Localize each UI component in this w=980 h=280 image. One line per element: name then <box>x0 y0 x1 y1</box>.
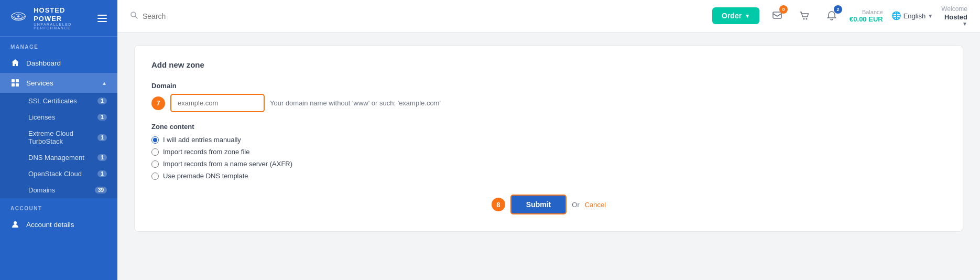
balance-area[interactable]: Balance €0.00 EUR <box>850 9 883 23</box>
svg-line-9 <box>135 16 137 18</box>
domains-label: Domains <box>28 186 55 194</box>
card-title: Add new zone <box>151 60 946 69</box>
search-input[interactable] <box>143 12 247 20</box>
services-label: Services <box>26 79 95 87</box>
domains-badge: 39 <box>95 187 107 193</box>
domain-label: Domain <box>151 82 946 90</box>
order-button[interactable]: Order ▼ <box>712 7 759 24</box>
radio-zone-file-label: Import records from zone file <box>163 148 249 156</box>
radio-name-server-label: Import records from a name server (AXFR) <box>163 160 292 168</box>
notifications-button[interactable]: 2 <box>822 6 841 25</box>
radio-premade[interactable]: Use premade DNS template <box>151 172 946 180</box>
ssl-badge: 1 <box>97 98 107 104</box>
logo-text: HOSTED POWER UNPARALLELED PERFORMANCE <box>34 6 90 30</box>
radio-zone-file[interactable]: Import records from zone file <box>151 148 946 156</box>
radio-premade-input[interactable] <box>151 173 159 180</box>
logo-main: HOSTED POWER <box>34 6 90 23</box>
radio-manual-input[interactable] <box>151 136 159 144</box>
language-selector[interactable]: 🌐 English ▼ <box>891 11 933 20</box>
submit-button[interactable]: Submit <box>510 195 567 214</box>
domain-form-group: Domain 7 Your domain name without 'www' … <box>151 82 946 112</box>
zone-content-label: Zone content <box>151 123 946 131</box>
submenu-extreme[interactable]: Extreme Cloud TurboStack 1 <box>0 125 117 149</box>
step-badge-domain: 7 <box>151 96 165 110</box>
openstack-label: OpenStack Cloud <box>28 170 82 178</box>
openstack-badge: 1 <box>97 170 107 177</box>
grid-icon <box>10 78 20 88</box>
welcome-chevron-icon: ▼ <box>962 21 967 27</box>
submenu-dns[interactable]: DNS Management 1 <box>0 149 117 166</box>
logo-sub: UNPARALLELED PERFORMANCE <box>34 23 90 30</box>
home-icon <box>10 58 20 68</box>
add-zone-card: Add new zone Domain 7 Your domain name w… <box>134 45 963 232</box>
svg-rect-6 <box>16 83 19 87</box>
sidebar: HOSTED POWER UNPARALLELED PERFORMANCE MA… <box>0 0 117 280</box>
main-content: Add new zone Domain 7 Your domain name w… <box>117 33 980 280</box>
welcome-label: Welcome <box>941 5 967 13</box>
zone-radio-group: I will add entries manually Import recor… <box>151 136 946 180</box>
welcome-name: Hosted <box>944 13 967 21</box>
svg-point-11 <box>803 18 805 20</box>
search-area <box>130 11 704 21</box>
form-actions: 8 Submit Or Cancel <box>151 195 946 214</box>
order-label: Order <box>722 12 742 20</box>
svg-rect-5 <box>12 83 15 87</box>
bell-badge: 2 <box>834 5 842 14</box>
logo-icon <box>8 8 28 28</box>
balance-value: €0.00 EUR <box>850 15 883 23</box>
main-area: Order ▼ 0 2 Balance €0.00 EUR 🌐 English <box>117 0 980 280</box>
language-label: English <box>903 12 926 20</box>
balance-label: Balance <box>862 9 883 15</box>
submenu-openstack[interactable]: OpenStack Cloud 1 <box>0 166 117 182</box>
domain-input-row: 7 Your domain name without 'www' or such… <box>151 94 946 112</box>
account-details-label: Account details <box>26 221 107 229</box>
search-icon <box>130 11 138 21</box>
dns-label: DNS Management <box>28 154 84 161</box>
submenu-domains[interactable]: Domains 39 <box>0 182 117 198</box>
radio-name-server-input[interactable] <box>151 160 159 168</box>
radio-zone-file-input[interactable] <box>151 148 159 156</box>
sidebar-item-services[interactable]: Services ▲ <box>0 73 117 93</box>
svg-rect-4 <box>16 79 19 82</box>
welcome-area: Welcome Hosted ▼ <box>941 5 967 26</box>
ssl-label: SSL Certificates <box>28 97 77 105</box>
extreme-badge: 1 <box>97 134 107 141</box>
dns-badge: 1 <box>97 154 107 161</box>
sidebar-item-account[interactable]: Account details <box>0 214 117 234</box>
radio-name-server[interactable]: Import records from a name server (AXFR) <box>151 160 946 168</box>
radio-manual[interactable]: I will add entries manually <box>151 136 946 144</box>
domain-hint: Your domain name without 'www' or such: … <box>270 99 441 107</box>
extreme-label: Extreme Cloud TurboStack <box>28 130 97 145</box>
sidebar-logo: HOSTED POWER UNPARALLELED PERFORMANCE <box>0 0 117 37</box>
services-submenu: SSL Certificates 1 Licenses 1 Extreme Cl… <box>0 93 117 198</box>
svg-point-12 <box>806 18 808 20</box>
svg-rect-3 <box>12 79 15 82</box>
svg-point-7 <box>14 221 17 224</box>
order-chevron-icon: ▼ <box>745 13 750 19</box>
topbar: Order ▼ 0 2 Balance €0.00 EUR 🌐 English <box>117 0 980 33</box>
messages-button[interactable]: 0 <box>768 6 787 25</box>
topbar-actions: Order ▼ 0 2 Balance €0.00 EUR 🌐 English <box>712 5 967 26</box>
submenu-ssl[interactable]: SSL Certificates 1 <box>0 93 117 109</box>
sidebar-item-dashboard[interactable]: Dashboard <box>0 53 117 73</box>
hamburger-menu[interactable] <box>95 13 109 24</box>
chevron-up-icon: ▲ <box>102 80 107 86</box>
zone-content-form-group: Zone content I will add entries manually… <box>151 123 946 180</box>
radio-premade-label: Use premade DNS template <box>163 172 248 180</box>
lang-chevron-icon: ▼ <box>928 13 933 19</box>
licenses-label: Licenses <box>28 113 55 121</box>
step-badge-submit: 8 <box>492 198 505 211</box>
licenses-badge: 1 <box>97 114 107 121</box>
svg-point-2 <box>17 15 19 17</box>
person-icon <box>10 220 20 229</box>
account-section-label: ACCOUNT <box>0 198 117 214</box>
or-text: Or <box>572 201 579 209</box>
cart-button[interactable] <box>795 6 814 25</box>
manage-section-label: MANAGE <box>0 37 117 53</box>
cancel-link[interactable]: Cancel <box>585 201 606 209</box>
submenu-licenses[interactable]: Licenses 1 <box>0 109 117 125</box>
svg-rect-10 <box>773 12 781 18</box>
radio-manual-label: I will add entries manually <box>163 136 241 144</box>
domain-input[interactable] <box>170 94 265 112</box>
globe-icon: 🌐 <box>891 11 901 20</box>
